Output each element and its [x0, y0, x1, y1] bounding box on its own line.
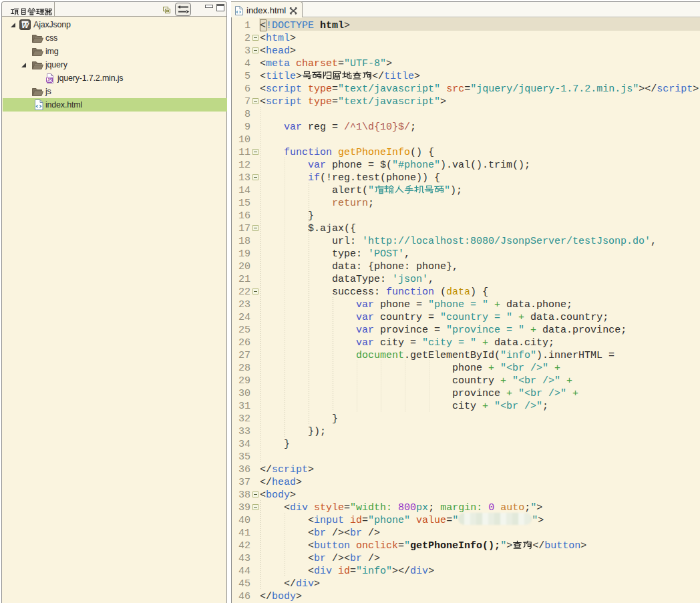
svg-text:W: W: [21, 21, 29, 29]
svg-text:JS: JS: [47, 77, 53, 82]
